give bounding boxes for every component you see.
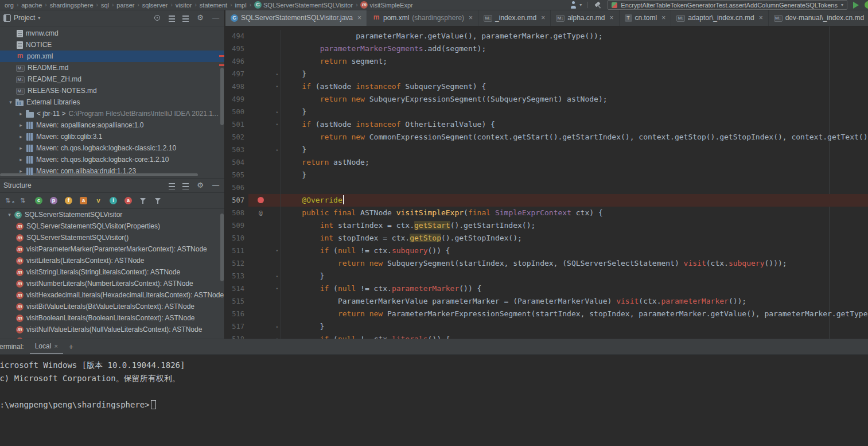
show-anonymous-icon[interactable]: a [124, 197, 132, 204]
editor-tab[interactable]: Mdev-manual\_index.cn.md× [769, 10, 868, 26]
chevron-right-icon[interactable]: ▸ [16, 145, 26, 151]
chevron-down-icon[interactable]: ▾ [38, 15, 40, 21]
breadcrumb-item[interactable]: visitor [176, 2, 192, 9]
hide-icon[interactable]: — [212, 14, 220, 22]
code-line[interactable]: 498▾ if (astNode instanceof SubquerySegm… [225, 80, 868, 93]
breadcrumb-item[interactable]: sqlserver [142, 2, 168, 9]
chevron-down-icon[interactable]: ▾ [579, 2, 582, 7]
code-line[interactable]: 501▾ if (astNode instanceof OtherLiteral… [225, 118, 868, 131]
chevron-right-icon[interactable]: ▸ [16, 134, 26, 139]
code-line[interactable]: 497▴ } [225, 68, 868, 80]
scrollbar-thumb[interactable] [220, 68, 224, 125]
show-visibility-icon[interactable]: v [95, 197, 102, 204]
show-fields-icon[interactable]: f [65, 197, 72, 204]
overrides-method-icon[interactable]: @ [259, 207, 263, 219]
editor-tab[interactable]: M_index.en.md× [478, 10, 551, 26]
code-line[interactable]: 503▴ } [225, 144, 868, 156]
structure-tree-item[interactable]: mvisitStringLiterals(StringLiteralsConte… [0, 266, 224, 278]
close-icon[interactable]: × [54, 343, 57, 350]
structure-tree-item[interactable]: mvisitHexadecimalLiterals(HexadecimalLit… [0, 289, 224, 301]
chevron-right-icon[interactable]: ▸ [16, 111, 26, 117]
terminal-output[interactable]: Microsoft Windows [版本 10.0.19044.1826](c… [0, 355, 868, 412]
code-line[interactable]: 509 int startIndex = ctx.getStart().getS… [225, 219, 868, 232]
expand-all-icon[interactable] [169, 15, 175, 22]
project-tree-item[interactable]: ▾External Libraries [0, 96, 224, 108]
close-icon[interactable]: × [759, 14, 763, 22]
fold-marker-icon[interactable]: ▾ [276, 333, 278, 339]
code-line[interactable]: 502 return new CommonExpressionSegment(c… [225, 131, 868, 144]
code-line[interactable]: 507 @Override [225, 194, 868, 207]
hide-icon[interactable]: — [212, 181, 220, 189]
fold-marker-icon[interactable]: ▴ [276, 106, 278, 118]
structure-tree-item[interactable]: mSQLServerStatementSQLVisitor(Properties… [0, 220, 224, 232]
code-line[interactable]: 513▴ } [225, 270, 868, 282]
chevron-right-icon[interactable]: ▸ [16, 122, 26, 128]
collapse-all-icon[interactable] [182, 15, 189, 22]
code-line[interactable]: 499 return new SubqueryExpressionSegment… [225, 93, 868, 106]
code-line[interactable]: 506 [225, 181, 868, 194]
fold-marker-icon[interactable]: ▴ [276, 144, 278, 156]
structure-tree-item[interactable]: mvisitNullValueLiterals(NullValueLiteral… [0, 324, 224, 335]
code-line[interactable]: 511▾ if (null != ctx.subquery()) { [225, 245, 868, 257]
editor-tab[interactable]: Malpha.cn.md× [551, 10, 619, 26]
users-icon[interactable] [570, 1, 577, 9]
code-line[interactable]: 508@ public final ASTNode visitSimpleExp… [225, 207, 868, 219]
editor-tab[interactable]: Tcn.toml× [620, 10, 672, 26]
fold-marker-icon[interactable]: ▴ [276, 320, 278, 333]
breadcrumb-item[interactable]: CSQLServerStatementSQLVisitor [254, 1, 353, 9]
project-tree-item[interactable]: mvnw.cmd [0, 28, 224, 39]
fold-marker-icon[interactable]: ▴ [276, 270, 278, 282]
code-line[interactable]: 505 } [225, 169, 868, 181]
editor-tab[interactable]: Madaptor\_index.cn.md× [671, 10, 768, 26]
project-tree-item[interactable]: ▸Maven: cglib:cglib:3.1 [0, 131, 224, 142]
breadcrumb-item[interactable]: sql [101, 2, 109, 9]
code-line[interactable]: 495 parameterMarkerSegments.add(segment)… [225, 42, 868, 55]
breadcrumb-item[interactable]: apache [21, 2, 42, 9]
project-tree-item[interactable]: MRELEASE-NOTES.md [0, 85, 224, 96]
project-tree-item[interactable]: ▸Maven: aopalliance:aopalliance:1.0 [0, 119, 224, 131]
debug-icon[interactable] [865, 1, 868, 9]
sort-alphabetically-icon[interactable]: ⇅a [5, 197, 13, 204]
terminal-tab[interactable]: Local× [30, 339, 63, 354]
fold-marker-icon[interactable]: ▴ [276, 68, 278, 80]
breadcrumb-item[interactable]: shardingsphere [50, 2, 94, 9]
code-line[interactable]: 510 int stopIndex = ctx.getStop().getSto… [225, 232, 868, 245]
structure-tree-item[interactable]: mvisitParameterMarker(ParameterMarkerCon… [0, 243, 224, 255]
project-tree-item[interactable]: mpom.xml [0, 51, 224, 62]
run-configuration-select[interactable]: EncryptAlterTableTokenGeneratorTest.asse… [608, 0, 847, 10]
close-icon[interactable]: × [661, 14, 665, 22]
code-line[interactable]: 494 parameterMarker.getValue(), paramete… [225, 30, 868, 42]
show-properties-icon[interactable]: p [50, 197, 57, 204]
expand-all-icon[interactable] [169, 183, 175, 189]
project-tree-item[interactable]: ▸< jbr-11 >C:\Program Files\JetBrains\In… [0, 108, 224, 119]
chevron-down-icon[interactable]: ▾ [6, 99, 15, 105]
close-icon[interactable]: × [469, 14, 473, 22]
project-tree-item[interactable]: ▸Maven: ch.qos.logback:logback-core:1.2.… [0, 154, 224, 165]
project-tree-item[interactable]: MREADME.md [0, 62, 224, 73]
code-line[interactable]: 515 ParameterMarkerValue parameterMarker… [225, 295, 868, 308]
filter-icon[interactable] [154, 197, 162, 204]
show-inherited-icon[interactable]: i [110, 197, 117, 204]
project-tree-item[interactable]: NOTICE [0, 39, 224, 51]
code-line[interactable]: 516 return new ParameterMarkerExpression… [225, 308, 868, 320]
breadcrumb-item[interactable]: mvisitSimpleExpr [360, 1, 412, 9]
structure-tree-item[interactable]: mvisitBitValueLiterals(BitValueLiteralsC… [0, 301, 224, 312]
fold-marker-icon[interactable]: ▾ [276, 80, 278, 93]
chevron-right-icon[interactable]: ▸ [16, 157, 26, 162]
close-icon[interactable]: × [357, 14, 361, 22]
scrollbar-thumb[interactable] [220, 214, 224, 281]
filter-public-icon[interactable] [139, 197, 147, 204]
structure-tree-item[interactable]: mvisitNumberLiterals(NumberLiteralsConte… [0, 278, 224, 289]
show-annotations-icon[interactable]: a [80, 197, 87, 204]
settings-icon[interactable]: ⚙ [196, 14, 204, 22]
settings-icon[interactable]: ⚙ [196, 181, 204, 189]
structure-tree-item[interactable]: mSQLServerStatementSQLVisitor() [0, 232, 224, 243]
code-line[interactable]: 512 return new SubquerySegment(startInde… [225, 257, 868, 270]
structure-tree-item[interactable]: mvisitLiterals(LiteralsContext): ASTNode [0, 255, 224, 266]
breakpoint-icon[interactable] [258, 197, 264, 203]
fold-marker-icon[interactable]: ▾ [276, 282, 278, 295]
editor-tab[interactable]: CSQLServerStatementSQLVisitor.java× [225, 10, 367, 26]
breadcrumb-item[interactable]: org [5, 2, 14, 9]
fold-marker-icon[interactable]: ▾ [276, 245, 278, 257]
code-line[interactable]: 504 return astNode; [225, 156, 868, 169]
